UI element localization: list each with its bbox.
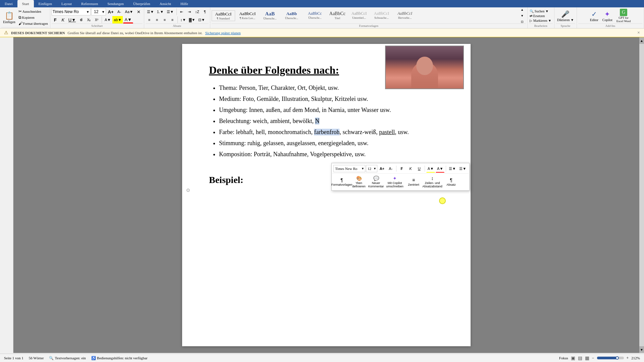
warning-text: Greifen Sie überall auf diese Datei zu, … [68,31,203,35]
float-neuer-kommentar[interactable]: 💬 NeuerKommentar [368,174,384,189]
change-case-button[interactable]: Aa▼ [124,8,135,15]
clear-format-button[interactable]: ✕ [135,8,143,15]
borders-button[interactable]: ⊡▼ [197,16,206,23]
tab-layout[interactable]: Layout [57,0,76,7]
markieren-button[interactable]: ▷ Markieren ▼ [529,18,553,23]
font-shrink-button[interactable]: A- [116,8,123,15]
font-color-button[interactable]: A▼ [123,16,133,23]
decrease-indent-button[interactable]: ⇤ [178,8,185,15]
suchen-button[interactable]: 🔍 Suchen ▼ [529,9,553,13]
underline-button[interactable]: U▼ [67,16,77,23]
float-font-size-dropdown[interactable]: ▼ [373,167,377,170]
styles-expand[interactable]: ⊡ [519,19,526,23]
section-zwischenablage: 📋 Einfügen ✂ ZwischenablageAusschneiden … [0,7,50,28]
tab-einfuegen[interactable]: Einfügen [34,0,57,7]
float-sep2 [425,166,425,172]
tab-sendungen[interactable]: Sendungen [103,0,128,7]
styles-scroll-down[interactable]: ▼ [519,13,526,18]
float-font-name-dropdown[interactable]: ▼ [361,167,365,170]
line-spacing-button[interactable]: ↕▼ [179,16,187,23]
increase-indent-button[interactable]: ⇥ [186,8,193,15]
document-scroll-area[interactable]: ⊙ Denke über Folgendes nach: Thema: Pers… [13,37,639,353]
float-font-name-group: Times New Ro ▼ [333,165,365,172]
tab-start[interactable]: Start [17,0,34,7]
float-bold[interactable]: F [398,165,406,173]
style-uberschrift3[interactable]: AaBbCc Überschr... [303,10,327,21]
align-left-button[interactable]: ≡ [146,16,153,23]
editor-button[interactable]: ✓ Editor [589,9,600,22]
style-schwache[interactable]: AaBbCcI Schwache... [371,10,392,21]
tab-datei[interactable]: Datei [0,0,17,7]
align-center-button[interactable]: ≡ [153,16,161,23]
float-sep1 [396,166,396,172]
tab-hilfe[interactable]: Hilfe [176,0,193,7]
gpt-button[interactable]: G GPT for Excel Word [615,8,632,23]
bullets-button[interactable]: ☰▼ [146,8,155,15]
font-name-dropdown[interactable]: ▼ [86,10,90,14]
paragraph-mark-button[interactable]: ¶ [201,8,209,15]
styles-scroll-up[interactable]: ▲ [519,8,526,12]
warning-close[interactable]: × [637,30,640,36]
tab-uberpruefen[interactable]: Überprüfen [128,0,155,7]
text-effects-button[interactable]: A▼ [103,16,112,23]
float-absatz[interactable]: ¶ Absatz [443,174,460,189]
diktieren-button[interactable]: 🎤 Diktieren ▼ [556,8,575,23]
float-zentriert[interactable]: ≡ Zentriert [405,174,422,189]
einfuegen-button[interactable]: 📋 Einfügen [1,10,17,25]
view-read[interactable]: ▦ [585,355,589,361]
float-numbering[interactable]: ☰▼ [458,165,468,173]
tab-referenzen[interactable]: Referenzen [76,0,103,7]
style-uberschrift1[interactable]: AaB Überschr... [260,10,280,21]
focus-button[interactable]: Fokus [559,356,568,360]
italic-button[interactable]: K [59,16,67,23]
copilot-button[interactable]: ✦ Copilot [601,9,614,22]
justify-button[interactable]: ≡ [169,16,176,23]
ausschneiden-button[interactable]: ✂ ZwischenablageAusschneiden [18,9,49,14]
right-scrollbar[interactable]: ▲ ▼ [639,37,644,353]
font-name-input[interactable]: Times New Ro [52,8,86,15]
multilevel-button[interactable]: ☰▼ [165,8,175,15]
float-bullets[interactable]: ☰▼ [447,165,457,173]
style-untertitel[interactable]: AaBbCcI Untertitel... [348,10,370,21]
view-web[interactable]: ▤ [578,355,582,361]
format-ubertragen-button[interactable]: 🖌 Format übertragen [18,21,49,26]
shading-button[interactable]: ▓▼ [187,16,197,23]
highlight-button[interactable]: ab▼ [112,16,123,23]
superscript-button[interactable]: X² [93,16,100,23]
section-schriftart: Times New Ro ▼ 12 ▼ A+ A- Aa▼ ✕ F K U▼ d… [50,7,144,28]
float-farben-def[interactable]: 🎨 'rbendefinieren [351,174,367,189]
webcam-overlay [385,46,464,89]
font-size-dropdown[interactable]: ▼ [101,10,106,14]
style-uberschrift2[interactable]: AaBb Überschr... [281,10,303,21]
float-font-grow[interactable]: A+ [378,165,386,173]
numbering-button[interactable]: 1.▼ [156,8,165,15]
zoom-bar[interactable] [597,357,624,359]
float-font-color[interactable]: A▼ [426,165,435,173]
sort-button[interactable]: ↕Z [194,8,201,15]
float-italic[interactable]: K [407,165,415,173]
subscript-button[interactable]: X₂ [85,16,93,23]
zoom-minus[interactable]: − [592,356,594,361]
tab-ansicht[interactable]: Ansicht [155,0,176,7]
section-absatz: ☰▼ 1.▼ ☰▼ ⇤ ⇥ ↕Z ¶ ≡ ≡ ≡ ≡ ↕▼ ▓▼ ⊡▼ Absa… [144,7,210,28]
style-hervorhebung[interactable]: AaBbCcI Hervorhe... [393,10,417,21]
align-right-button[interactable]: ≡ [161,16,168,23]
style-titel[interactable]: AaBbCc Titel [327,10,347,21]
float-font-shrink[interactable]: A- [387,165,395,173]
zoom-plus[interactable]: + [627,356,629,361]
font-size-input[interactable]: 12 [92,8,101,15]
float-underline[interactable]: U [415,165,423,173]
float-copilot[interactable]: ✦ Mit Copilotumschreiben [385,174,405,189]
kopieren-button[interactable]: ⧉ Kopieren [18,15,49,20]
style-standard[interactable]: AaBbCcI ¶ Standard [212,10,235,21]
warning-link[interactable]: Sicherung später planen [205,31,241,35]
float-text-highlight[interactable]: A▼ [436,165,444,173]
strikethrough-button[interactable]: d [77,16,85,23]
bold-button[interactable]: F [52,16,59,23]
float-zeilenabstand[interactable]: ↕ Zeilen- undAbsatzabstand [422,174,442,189]
style-kein-leerzeichen[interactable]: AaBbCcI ¶ Kein Lee... [236,10,259,21]
view-print[interactable]: ▣ [571,355,575,361]
font-grow-button[interactable]: A+ [107,8,115,15]
float-formatvorlagen[interactable]: ¶ Formatvorlagen [333,174,350,189]
ersetzen-button[interactable]: ⇄ Ersetzen [529,14,553,18]
